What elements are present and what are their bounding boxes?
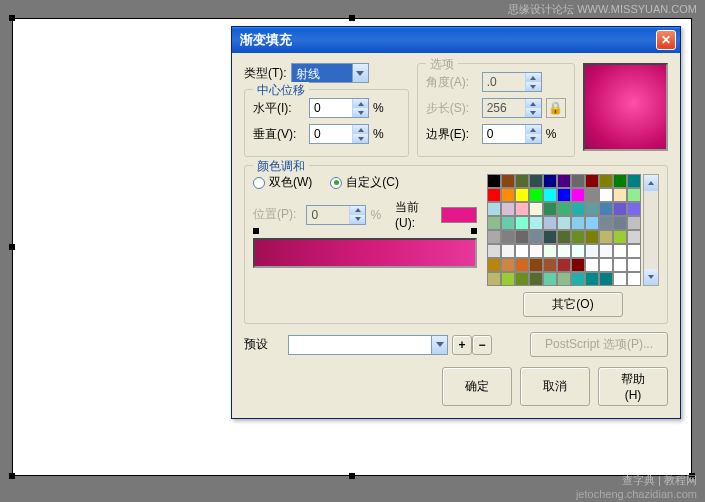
color-swatch[interactable] <box>613 202 627 216</box>
color-swatch[interactable] <box>571 202 585 216</box>
color-swatch[interactable] <box>599 174 613 188</box>
color-palette[interactable] <box>487 174 641 286</box>
color-swatch[interactable] <box>515 216 529 230</box>
color-swatch[interactable] <box>487 216 501 230</box>
edge-input[interactable] <box>483 125 525 143</box>
color-swatch[interactable] <box>599 244 613 258</box>
color-swatch[interactable] <box>627 216 641 230</box>
color-swatch[interactable] <box>529 202 543 216</box>
color-swatch[interactable] <box>571 230 585 244</box>
scroll-up[interactable] <box>644 175 658 191</box>
titlebar[interactable]: 渐变填充 ✕ <box>232 27 680 53</box>
color-swatch[interactable] <box>557 188 571 202</box>
color-swatch[interactable] <box>599 230 613 244</box>
other-colors-button[interactable]: 其它(O) <box>523 292 623 317</box>
color-swatch[interactable] <box>501 202 515 216</box>
color-swatch[interactable] <box>515 258 529 272</box>
color-swatch[interactable] <box>613 244 627 258</box>
selection-handle[interactable] <box>9 473 15 479</box>
color-swatch[interactable] <box>613 258 627 272</box>
color-swatch[interactable] <box>543 258 557 272</box>
spin-down[interactable] <box>353 108 368 117</box>
vertical-spinner[interactable] <box>309 124 369 144</box>
add-preset-button[interactable]: + <box>452 335 472 355</box>
color-swatch[interactable] <box>501 174 515 188</box>
color-swatch[interactable] <box>627 272 641 286</box>
color-swatch[interactable] <box>599 216 613 230</box>
color-swatch[interactable] <box>557 244 571 258</box>
color-swatch[interactable] <box>585 202 599 216</box>
color-swatch[interactable] <box>585 258 599 272</box>
color-swatch[interactable] <box>529 244 543 258</box>
color-swatch[interactable] <box>613 272 627 286</box>
spin-up[interactable] <box>526 125 541 134</box>
color-swatch[interactable] <box>543 202 557 216</box>
type-combo[interactable]: 射线 <box>291 63 369 83</box>
current-color-swatch[interactable] <box>441 207 477 223</box>
color-swatch[interactable] <box>585 174 599 188</box>
spin-down[interactable] <box>353 134 368 143</box>
cancel-button[interactable]: 取消 <box>520 367 590 406</box>
color-swatch[interactable] <box>515 202 529 216</box>
color-swatch[interactable] <box>585 230 599 244</box>
horizontal-spinner[interactable] <box>309 98 369 118</box>
color-swatch[interactable] <box>571 258 585 272</box>
color-swatch[interactable] <box>557 272 571 286</box>
color-swatch[interactable] <box>613 230 627 244</box>
gradient-marker[interactable] <box>471 228 477 234</box>
color-swatch[interactable] <box>529 174 543 188</box>
color-swatch[interactable] <box>585 188 599 202</box>
selection-handle[interactable] <box>9 244 15 250</box>
color-swatch[interactable] <box>557 216 571 230</box>
gradient-bar[interactable] <box>253 238 477 268</box>
preset-combo[interactable] <box>288 335 448 355</box>
color-swatch[interactable] <box>543 216 557 230</box>
color-swatch[interactable] <box>529 188 543 202</box>
color-swatch[interactable] <box>627 188 641 202</box>
color-swatch[interactable] <box>515 174 529 188</box>
color-swatch[interactable] <box>557 230 571 244</box>
edge-spinner[interactable] <box>482 124 542 144</box>
horizontal-input[interactable] <box>310 99 352 117</box>
color-swatch[interactable] <box>515 230 529 244</box>
color-swatch[interactable] <box>501 230 515 244</box>
color-swatch[interactable] <box>515 244 529 258</box>
color-swatch[interactable] <box>543 174 557 188</box>
color-swatch[interactable] <box>543 244 557 258</box>
color-swatch[interactable] <box>557 174 571 188</box>
color-swatch[interactable] <box>487 188 501 202</box>
color-swatch[interactable] <box>571 174 585 188</box>
color-swatch[interactable] <box>501 188 515 202</box>
two-color-radio[interactable]: 双色(W) <box>253 174 312 191</box>
color-swatch[interactable] <box>557 202 571 216</box>
remove-preset-button[interactable]: − <box>472 335 492 355</box>
color-swatch[interactable] <box>529 258 543 272</box>
color-swatch[interactable] <box>585 216 599 230</box>
color-swatch[interactable] <box>515 188 529 202</box>
color-swatch[interactable] <box>501 272 515 286</box>
spin-down[interactable] <box>526 134 541 143</box>
color-swatch[interactable] <box>529 272 543 286</box>
spin-up[interactable] <box>353 99 368 108</box>
lock-button[interactable]: 🔒 <box>546 98 566 118</box>
color-swatch[interactable] <box>585 272 599 286</box>
color-swatch[interactable] <box>627 244 641 258</box>
color-swatch[interactable] <box>487 230 501 244</box>
color-swatch[interactable] <box>613 188 627 202</box>
scroll-track[interactable] <box>644 191 658 269</box>
color-swatch[interactable] <box>585 244 599 258</box>
color-swatch[interactable] <box>571 272 585 286</box>
custom-radio[interactable]: 自定义(C) <box>330 174 399 191</box>
color-swatch[interactable] <box>627 174 641 188</box>
color-swatch[interactable] <box>627 230 641 244</box>
selection-handle[interactable] <box>349 473 355 479</box>
color-swatch[interactable] <box>599 272 613 286</box>
color-swatch[interactable] <box>571 188 585 202</box>
color-swatch[interactable] <box>487 258 501 272</box>
color-swatch[interactable] <box>599 188 613 202</box>
help-button[interactable]: 帮助(H) <box>598 367 668 406</box>
color-swatch[interactable] <box>613 174 627 188</box>
color-swatch[interactable] <box>571 244 585 258</box>
color-swatch[interactable] <box>487 244 501 258</box>
dropdown-button[interactable] <box>431 336 447 354</box>
